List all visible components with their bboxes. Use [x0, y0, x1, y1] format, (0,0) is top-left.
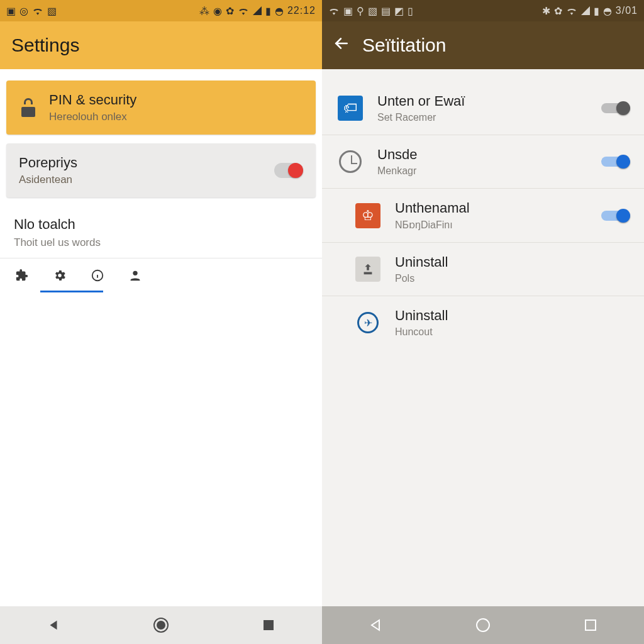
row-title: Unten or Ewaï: [377, 93, 587, 109]
status-right-icons: ✱ ✿ ▮ ◓ 3/01: [542, 5, 638, 17]
svg-point-8: [477, 619, 489, 631]
row-title: Porepriys: [19, 155, 77, 171]
upload-icon: [355, 256, 381, 282]
nav-recent[interactable]: [256, 613, 281, 638]
toggle-unthenamal[interactable]: [601, 211, 629, 221]
row-uninstall-huncout[interactable]: ✈ Uninstall Huncout: [322, 296, 644, 349]
nav-back[interactable]: [363, 613, 388, 638]
row-title: Uninstall: [395, 308, 629, 324]
signal-icon: [253, 6, 262, 15]
row-title: Uninstall: [395, 254, 629, 270]
mute-icon: ◩: [394, 5, 404, 17]
clock-icon: [337, 148, 364, 175]
back-arrow-icon[interactable]: [333, 35, 350, 56]
row-pin-security[interactable]: PIN & security Hereolouh onlex: [6, 80, 316, 135]
battery-icon: ▮: [594, 5, 599, 17]
page-title: Settings: [11, 35, 79, 56]
nav-bar: [322, 606, 644, 644]
chess-icon: ♔: [355, 203, 381, 229]
app-bar: Settings: [0, 21, 322, 69]
svg-rect-6: [264, 620, 274, 630]
wifi-icon: [32, 6, 43, 15]
row-title: Nlo toalch: [14, 216, 308, 233]
nav-home[interactable]: [470, 613, 496, 638]
row-subtitle: Set Racemer: [377, 112, 587, 123]
row-porepriys[interactable]: Porepriys Asidentean: [6, 143, 316, 197]
row-unsde[interactable]: Unsde Menkagr: [322, 135, 644, 189]
bluetooth-icon: ⁂: [199, 5, 209, 17]
nav-bar: [0, 606, 322, 644]
sync-icon: ◉: [213, 5, 222, 17]
status-left-icons: ▣ ⚲ ▧ ▤ ◩ ▯: [328, 5, 413, 17]
tab-info[interactable]: [89, 267, 106, 284]
status-bar: ▣ ◎ ▧ ⁂ ◉ ✿ ▮ ◓ 22:12: [0, 0, 322, 21]
bluetooth-icon: ✱: [542, 5, 550, 17]
tab-settings[interactable]: [52, 267, 68, 284]
tag-icon: 🏷: [337, 95, 364, 121]
nav-home[interactable]: [148, 613, 174, 638]
tab-puzzle[interactable]: [14, 267, 30, 284]
row-title: PIN & security: [49, 92, 136, 108]
status-time: 3/01: [616, 5, 638, 16]
wifi-icon: [566, 6, 577, 15]
row-title: Unsde: [377, 147, 587, 163]
row-subtitle: Asidentean: [19, 174, 77, 186]
app-icon: ▣: [6, 5, 16, 17]
tab-bar: [0, 258, 322, 292]
row-uninstall-pols[interactable]: Uninstall Pols: [322, 243, 644, 296]
image-icon: ▧: [368, 5, 377, 17]
signal-icon: [581, 6, 590, 15]
row-subtitle: Huncout: [395, 326, 629, 338]
tab-profile[interactable]: [127, 267, 143, 284]
nav-back[interactable]: [41, 613, 66, 638]
status-right-icons: ⁂ ◉ ✿ ▮ ◓ 22:12: [199, 5, 316, 17]
svg-point-3: [133, 271, 137, 275]
user-icon: ◓: [275, 5, 284, 17]
toggle-unten[interactable]: [601, 103, 629, 113]
row-title: Unthenamal: [395, 200, 587, 216]
content-area: 🏷 Unten or Ewaï Set Racemer Unsde Menkag…: [322, 69, 644, 606]
globe-icon: ✈: [355, 309, 381, 336]
lock-icon: [19, 98, 38, 117]
row-toalch[interactable]: Nlo toalch Thoit uel us words: [0, 206, 322, 258]
gear-icon: ✿: [554, 5, 562, 17]
doc-icon: ▤: [381, 5, 391, 17]
row-subtitle: Menkagr: [377, 165, 587, 177]
wifi-icon: [238, 6, 249, 15]
status-left-icons: ▣ ◎ ▧: [6, 5, 57, 17]
toggle-unsde[interactable]: [601, 157, 629, 167]
image-icon: ▧: [47, 5, 57, 17]
page-title: Seïtitation: [362, 35, 446, 56]
app-bar: Seïtitation: [322, 21, 644, 69]
user-icon: ◓: [603, 5, 612, 17]
status-bar: ▣ ⚲ ▧ ▤ ◩ ▯ ✱ ✿ ▮ ◓ 3/01: [322, 0, 644, 21]
status-time: 22:12: [287, 5, 316, 16]
calendar-icon: ▣: [343, 5, 353, 17]
right-screen: ▣ ⚲ ▧ ▤ ◩ ▯ ✱ ✿ ▮ ◓ 3/01: [322, 0, 644, 644]
content-area: PIN & security Hereolouh onlex Porepriys…: [0, 69, 322, 606]
toggle-porepriys[interactable]: [274, 163, 303, 178]
row-subtitle: Pols: [395, 273, 629, 284]
row-subtitle: NБɒŋDiaFinı: [395, 219, 587, 231]
row-unten-or-ewai[interactable]: 🏷 Unten or Ewaï Set Racemer: [322, 82, 644, 135]
row-unthenamal[interactable]: ♔ Unthenamal NБɒŋDiaFinı: [322, 189, 644, 243]
svg-rect-9: [586, 620, 596, 630]
battery-icon: ▮: [265, 5, 271, 17]
pin-icon: ⚲: [357, 5, 364, 17]
misc-icon: ▯: [408, 5, 413, 17]
cloud-icon: ◎: [19, 5, 28, 17]
nav-recent[interactable]: [578, 613, 603, 638]
row-subtitle: Hereolouh onlex: [49, 111, 136, 123]
wifi-icon: [328, 6, 340, 15]
left-screen: ▣ ◎ ▧ ⁂ ◉ ✿ ▮ ◓ 22:12: [0, 0, 322, 644]
svg-point-5: [157, 621, 165, 630]
gear-icon: ✿: [226, 5, 234, 17]
row-subtitle: Thoit uel us words: [14, 236, 308, 249]
